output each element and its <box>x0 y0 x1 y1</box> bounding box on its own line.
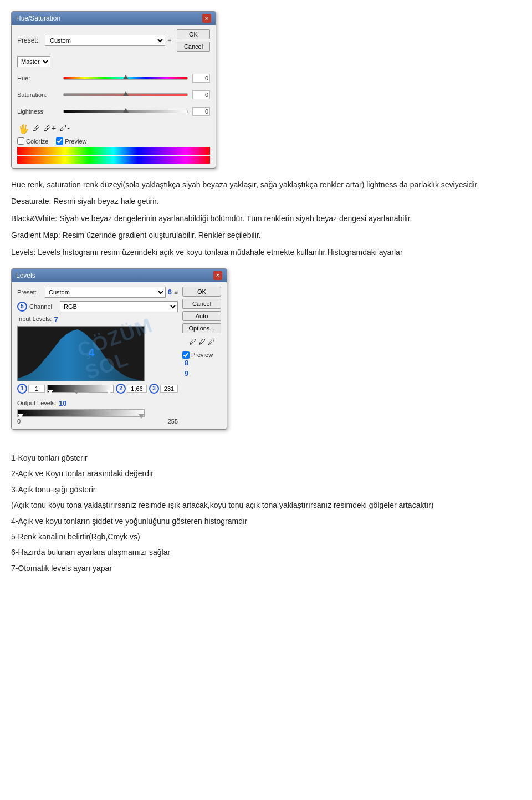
channel-row: Master <box>17 56 210 67</box>
list-item-7: 6-Hazırda bulunan ayarlara ulaşmamızı sa… <box>11 546 521 558</box>
slider2-container: 2 <box>116 384 147 394</box>
list-item-2: 2-Açık ve Koyu tonlar arasındaki değerdi… <box>11 467 521 480</box>
saturation-value-input[interactable]: 0 <box>192 90 210 99</box>
colorize-checkbox[interactable] <box>17 137 24 145</box>
levels-preview-checkbox[interactable] <box>182 351 190 359</box>
hue-saturation-section: Hue/Saturation ✕ Preset: Custom ≡ OK Can… <box>11 11 521 169</box>
saturation-slider-track <box>63 93 188 96</box>
hue-value-input[interactable]: 0 <box>192 74 210 83</box>
left-thumb <box>48 390 53 394</box>
list-item-6: 5-Renk kanalını belirtir(Rgb,Cmyk vs) <box>11 531 521 543</box>
output-right-thumb <box>139 414 144 419</box>
eyedropper-minus-icon: 🖊- <box>59 124 70 134</box>
list-item-1: 1-Koyu tonları gösterir <box>11 452 521 464</box>
preview-row: Preview 8 <box>182 351 221 367</box>
output-left-thumb <box>18 414 23 419</box>
levels-dialog-container: Levels ✕ ÇÖZÜMSOL Preset: Custom 6 ≡ 5 <box>11 264 227 439</box>
lightness-label: Lightness: <box>17 108 59 115</box>
lightness-slider-thumb <box>123 108 129 113</box>
para2: Desaturate: Resmi siyah beyaz hale getir… <box>11 195 521 207</box>
preset-label: Preset: <box>17 37 45 44</box>
input-gradient-strip[interactable] <box>47 385 114 393</box>
levels-ok-button[interactable]: OK <box>182 287 221 297</box>
lightness-slider-row: Lightness: 0 <box>17 105 210 118</box>
hue-saturation-dialog: Hue/Saturation ✕ Preset: Custom ≡ OK Can… <box>11 11 216 169</box>
levels-options-button[interactable]: Options... <box>182 323 221 333</box>
levels-right-buttons: OK Cancel Auto Options... 🖊 🖊 🖊 Preview … <box>182 287 221 425</box>
levels-tool-icons: 🖊 🖊 🖊 <box>182 338 221 346</box>
slider2-input[interactable] <box>127 385 147 393</box>
svg-text:4: 4 <box>88 347 94 359</box>
levels-channel-label: Channel: <box>29 303 60 310</box>
dialog-buttons: OK Cancel <box>177 29 210 52</box>
tool-icons: 🖐 🖊 🖊+ 🖊- <box>17 121 210 136</box>
preset-select[interactable]: Custom <box>45 35 165 46</box>
para5: Levels: Levels histogramı resim üzerinde… <box>11 246 521 258</box>
dialog-body: Preset: Custom ≡ OK Cancel Master <box>12 25 216 168</box>
levels-close-icon[interactable]: ✕ <box>213 271 222 280</box>
list-item-8: 7-Otomatik levels ayarı yapar <box>11 562 521 574</box>
menu-icon: ≡ <box>167 37 171 44</box>
eyedropper1-icon: 🖊 <box>189 338 196 346</box>
list-item-4: (Açık tonu koyu tona yaklaştırırsanız re… <box>11 499 521 511</box>
color-strip-bottom <box>17 156 210 164</box>
slider1-container: 1 <box>17 384 45 394</box>
levels-channel-select[interactable]: RGB <box>60 301 178 312</box>
input-levels-label-row: Input Levels: 7 <box>17 315 178 324</box>
hue-slider-track-container[interactable] <box>63 72 188 85</box>
list-item-5: 4-Açık ve koyu tonların şiddet ve yoğunl… <box>11 515 521 527</box>
levels-cancel-button[interactable]: Cancel <box>182 299 221 309</box>
dialog-title: Hue/Saturation <box>16 14 60 22</box>
hue-slider-row: Hue: 0 <box>17 72 210 85</box>
color-strip-top <box>17 147 210 155</box>
lightness-slider-track <box>63 110 188 113</box>
output-strip[interactable] <box>17 409 145 417</box>
svg-marker-0 <box>18 329 142 381</box>
number9-badge: 9 <box>185 369 221 378</box>
lightness-slider-track-container[interactable] <box>63 105 188 118</box>
channel-select[interactable]: Master <box>17 56 50 67</box>
levels-body: Preset: Custom 6 ≡ 5 Channel: RGB <box>12 282 227 429</box>
levels-preview-label[interactable]: Preview <box>182 351 221 359</box>
preview-checkbox-label[interactable]: Preview <box>56 137 86 145</box>
levels-auto-button[interactable]: Auto <box>182 311 221 321</box>
slider3-badge: 3 <box>149 384 159 394</box>
slider1-input[interactable] <box>28 385 45 393</box>
hand-icon: 🖐 <box>18 124 29 134</box>
ok-button[interactable]: OK <box>177 29 210 39</box>
lightness-value-input[interactable]: 0 <box>192 107 210 116</box>
hue-slider-track <box>63 77 188 80</box>
slider3-input[interactable] <box>160 385 178 393</box>
para3: Black&White: Siyah ve beyaz dengelerinin… <box>11 212 521 225</box>
body-text-section: Hue renk, saturation renk düzeyi(sola ya… <box>11 179 521 258</box>
slider2-badge: 2 <box>116 384 126 394</box>
checkboxes-row: Colorize Preview <box>17 137 210 145</box>
close-icon[interactable]: ✕ <box>202 14 211 23</box>
right-thumb <box>106 390 112 394</box>
para4: Gradient Map: Resim üzerinde gradient ol… <box>11 229 521 241</box>
para1: Hue renk, saturation renk düzeyi(sola ya… <box>11 179 521 191</box>
levels-titlebar: Levels ✕ <box>12 269 227 282</box>
input-slider-values: 1 2 3 <box>17 384 178 394</box>
levels-preset-select[interactable]: Custom <box>45 287 166 298</box>
saturation-slider-track-container[interactable] <box>63 88 188 101</box>
list-section: 1-Koyu tonları gösterir 2-Açık ve Koyu t… <box>11 452 521 574</box>
saturation-label: Saturation: <box>17 91 59 98</box>
hue-label: Hue: <box>17 75 59 81</box>
levels-left: Preset: Custom 6 ≡ 5 Channel: RGB <box>17 287 178 425</box>
slider3-container: 3 <box>149 384 178 394</box>
output-label-row: Output Levels: 10 <box>17 399 178 407</box>
eyedropper3-icon: 🖊 <box>208 338 215 346</box>
preview-checkbox[interactable] <box>56 137 63 145</box>
levels-channel-row: 5 Channel: RGB <box>17 301 178 312</box>
levels-menu-icon: ≡ <box>174 288 178 296</box>
cancel-button[interactable]: Cancel <box>177 42 210 52</box>
list-item-3: 3-Açık tonu-ışığı gösterir <box>11 483 521 496</box>
input-number-badge: 7 <box>54 315 58 324</box>
hue-slider-thumb <box>123 75 129 79</box>
output-levels-section: Output Levels: 10 0 255 <box>17 399 178 425</box>
colorize-checkbox-label[interactable]: Colorize <box>17 137 48 145</box>
output-values: 0 255 <box>17 418 178 425</box>
levels-dialog: Levels ✕ ÇÖZÜMSOL Preset: Custom 6 ≡ 5 <box>11 268 227 430</box>
dialog-left: Master Hue: 0 Saturation: <box>17 56 210 164</box>
